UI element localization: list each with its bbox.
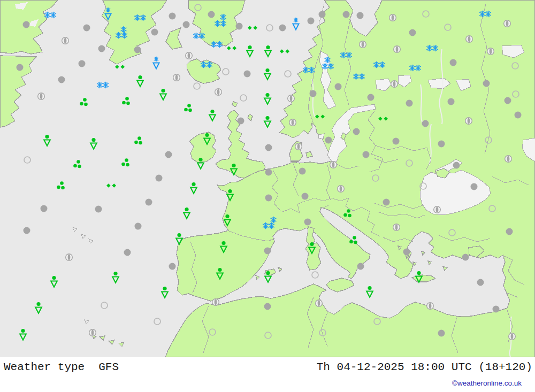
overcast-icon (264, 303, 271, 310)
overcast-icon (448, 98, 455, 105)
overcast-icon (208, 11, 215, 18)
overcast-icon (438, 330, 445, 337)
overcast-icon (319, 11, 326, 18)
overcast-icon (58, 76, 65, 83)
partly-cloudy-icon (288, 95, 295, 102)
overcast-icon (169, 13, 176, 20)
overcast-icon (41, 205, 48, 212)
overcast-icon (83, 25, 90, 32)
datetime-label: Th 04-12-2025 18:00 UTC (18+120) (317, 361, 532, 373)
overcast-icon (453, 162, 460, 169)
overcast-icon (409, 29, 416, 36)
partly-cloudy-icon (89, 329, 96, 336)
overcast-icon (462, 254, 469, 261)
partly-cloudy-icon (391, 81, 398, 88)
partly-cloudy-icon (289, 119, 296, 126)
overcast-icon (403, 249, 410, 256)
status-bar: Weather type GFS Th 04-12-2025 18:00 UTC… (0, 357, 535, 376)
overcast-icon (302, 193, 309, 200)
partly-cloudy-icon (62, 37, 69, 44)
overcast-icon (422, 120, 429, 127)
overcast-icon (156, 175, 163, 182)
overcast-icon (450, 59, 457, 66)
overcast-icon (325, 137, 332, 144)
europe-weather-map (0, 0, 535, 357)
partly-cloudy-icon (389, 14, 396, 21)
overcast-icon (265, 195, 272, 202)
overcast-icon (393, 138, 400, 145)
overcast-icon (335, 83, 342, 90)
copyright-link[interactable]: ©weatheronline.co.uk (452, 379, 522, 387)
overcast-icon (357, 12, 364, 19)
overcast-icon (146, 199, 152, 206)
partly-cloudy-icon (295, 143, 302, 150)
overcast-icon (265, 169, 272, 176)
overcast-icon (244, 71, 251, 78)
overcast-icon (165, 151, 172, 158)
overcast-icon (343, 11, 350, 18)
overcast-icon (406, 100, 413, 107)
partly-cloudy-icon (316, 300, 323, 307)
partly-cloudy-icon (66, 254, 73, 261)
overcast-icon (483, 80, 490, 87)
overcast-icon (438, 141, 445, 148)
partly-cloudy-icon (466, 36, 473, 43)
partly-cloudy-icon (330, 162, 337, 168)
overcast-icon (515, 112, 522, 119)
overcast-icon (279, 25, 286, 32)
overcast-icon (23, 21, 30, 28)
partly-cloudy-icon (465, 118, 472, 125)
partly-cloudy-icon (504, 20, 511, 27)
partly-cloudy-icon (215, 89, 222, 96)
overcast-icon (98, 45, 105, 52)
partly-cloudy-icon (509, 333, 516, 340)
map-type-label: Weather type (4, 361, 85, 373)
overcast-icon (304, 219, 311, 226)
partly-cloudy-icon (434, 206, 441, 213)
overcast-icon (17, 64, 24, 71)
overcast-icon (135, 223, 142, 230)
partly-cloudy-icon (338, 186, 345, 193)
overcast-icon (299, 168, 306, 175)
partly-cloudy-icon (394, 46, 401, 53)
overcast-icon (238, 118, 244, 125)
partly-cloudy-icon (186, 52, 193, 59)
overcast-icon (383, 199, 390, 206)
overcast-icon (183, 21, 190, 28)
overcast-icon (264, 248, 271, 255)
overcast-icon (493, 306, 500, 313)
overcast-icon (124, 249, 131, 256)
overcast-icon (265, 144, 272, 151)
overcast-icon (308, 18, 315, 25)
overcast-icon (236, 23, 243, 30)
overcast-icon (471, 183, 478, 190)
overcast-icon (79, 60, 86, 67)
partly-cloudy-icon (173, 74, 180, 81)
weather-map-page: Weather type GFS Th 04-12-2025 18:00 UTC… (0, 0, 535, 392)
partly-cloudy-icon (360, 41, 366, 48)
model-label: GFS (98, 361, 119, 373)
overcast-icon (353, 128, 360, 135)
partly-cloudy-icon (427, 303, 434, 310)
overcast-icon (151, 29, 158, 36)
partly-cloudy-icon (38, 93, 45, 100)
overcast-icon (95, 206, 102, 213)
partly-cloudy-icon (393, 224, 400, 231)
overcast-icon (310, 90, 317, 97)
partly-cloudy-icon (487, 48, 494, 55)
overcast-icon (24, 227, 30, 234)
overcast-icon (477, 279, 484, 286)
partly-cloudy-icon (505, 156, 512, 163)
overcast-icon (506, 228, 513, 235)
overcast-icon (505, 97, 511, 104)
partly-cloudy-icon (212, 299, 219, 306)
overcast-icon (368, 94, 374, 101)
overcast-icon (169, 263, 176, 270)
overcast-icon (363, 151, 370, 158)
overcast-icon (357, 263, 364, 270)
overcast-icon (134, 47, 141, 53)
